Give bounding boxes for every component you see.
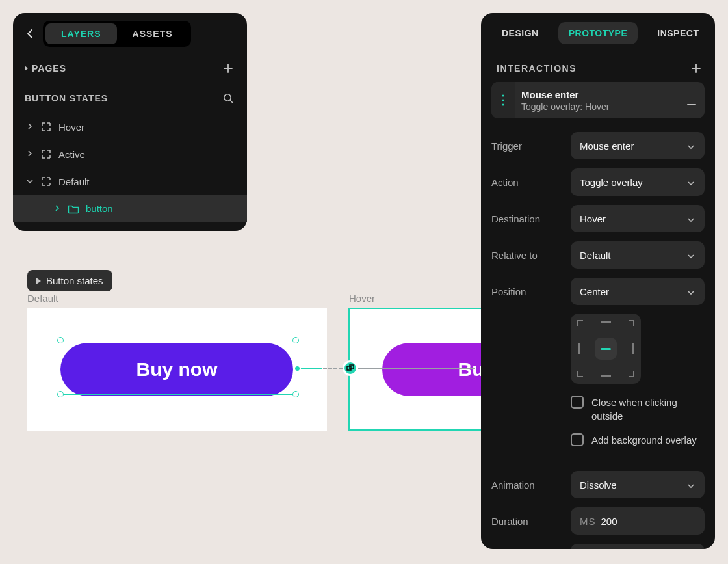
left-tabbar: LAYERS ASSETS	[13, 21, 247, 53]
frame-default[interactable]: Buy now	[27, 308, 327, 431]
tab-inspect[interactable]: INSPECT	[647, 22, 709, 44]
chevron-down-icon	[688, 213, 696, 224]
left-tabgroup: LAYERS ASSETS	[43, 21, 191, 47]
checkbox-close-outside[interactable]: Close when clicking outside	[481, 390, 715, 428]
frame-icon	[40, 176, 52, 187]
svg-rect-6	[687, 104, 696, 105]
interactions-header: INTERACTIONS	[481, 51, 715, 82]
chevron-down-icon	[688, 479, 696, 490]
chevron-down-icon	[688, 250, 696, 261]
search-icon	[222, 92, 234, 104]
duration-unit: MS	[580, 516, 596, 527]
checkbox[interactable]	[571, 433, 584, 446]
layer-row-default[interactable]: Default	[13, 168, 247, 195]
field-label: Animation	[491, 479, 571, 490]
field-label: Duration	[491, 516, 571, 527]
action-select[interactable]: Toggle overlay	[571, 168, 705, 196]
interactions-label: INTERACTIONS	[497, 63, 577, 74]
chevron-right-icon	[53, 204, 61, 213]
anchor-corner-bl[interactable]	[577, 366, 589, 377]
layer-label: Default	[58, 176, 90, 187]
prototype-connector-line	[358, 368, 475, 369]
select-value: Toggle overlay	[580, 177, 643, 188]
layer-row-active[interactable]: Active	[13, 141, 247, 168]
chevron-down-icon	[26, 177, 34, 186]
anchor-left[interactable]	[578, 343, 580, 354]
easing-select[interactable]: Linear	[571, 544, 705, 549]
pages-section-header[interactable]: PAGES	[13, 53, 247, 83]
buy-button-default[interactable]: Buy now	[60, 343, 293, 396]
svg-point-4	[502, 99, 504, 101]
back-button[interactable]	[21, 25, 39, 43]
anchor-bottom[interactable]	[601, 375, 611, 377]
select-value: Center	[580, 286, 609, 297]
pages-label: PAGES	[32, 63, 66, 74]
frame-label-hover[interactable]: Hover	[349, 293, 375, 304]
tab-assets[interactable]: ASSETS	[117, 23, 188, 44]
interaction-card[interactable]: Mouse enter Toggle overlay: Hover	[491, 82, 705, 118]
anchor-right[interactable]	[632, 343, 634, 354]
frame-label-default[interactable]: Default	[27, 293, 58, 304]
checkbox-bg-overlay[interactable]: Add background overlay	[481, 428, 715, 452]
anchor-center[interactable]	[595, 338, 617, 360]
chevron-right-icon	[26, 122, 34, 131]
select-value: Hover	[580, 213, 606, 224]
field-position: Position Center	[481, 273, 715, 310]
prototype-connector-origin[interactable]	[294, 365, 301, 372]
folder-icon	[68, 204, 79, 214]
interaction-title: Mouse enter	[521, 89, 672, 100]
add-page-button[interactable]	[221, 61, 235, 75]
remove-interaction-button[interactable]	[679, 91, 705, 109]
flow-start-badge[interactable]: Button states	[27, 270, 112, 291]
layer-label: Hover	[58, 122, 84, 133]
prototype-connector-node[interactable]	[343, 360, 358, 376]
layer-row-button[interactable]: button	[13, 195, 247, 222]
anchor-corner-tl[interactable]	[577, 320, 589, 332]
chevron-down-icon	[688, 141, 696, 152]
position-anchor-grid[interactable]	[571, 314, 641, 384]
anchor-center-icon	[601, 348, 611, 350]
duration-input[interactable]: MS 200	[571, 507, 705, 535]
field-destination: Destination Hover	[481, 200, 715, 237]
field-label: Relative to	[491, 250, 571, 261]
field-label: Destination	[491, 213, 571, 224]
chevron-right-icon	[26, 150, 34, 159]
svg-point-3	[502, 94, 504, 96]
tab-layers[interactable]: LAYERS	[46, 23, 117, 44]
animation-select[interactable]: Dissolve	[571, 471, 705, 498]
anchor-corner-br[interactable]	[623, 366, 634, 377]
field-trigger: Trigger Mouse enter	[481, 128, 715, 164]
destination-select[interactable]: Hover	[571, 205, 705, 232]
add-interaction-button[interactable]	[689, 61, 703, 75]
layers-panel: LAYERS ASSETS PAGES BUTTON STATES Hover	[13, 13, 247, 231]
interaction-subtitle: Toggle overlay: Hover	[521, 101, 672, 112]
group-section-header[interactable]: BUTTON STATES	[13, 83, 247, 113]
relative-to-select[interactable]: Default	[571, 241, 705, 269]
overlay-icon	[346, 364, 354, 372]
checkbox[interactable]	[571, 396, 584, 409]
drag-handle[interactable]	[491, 82, 515, 118]
search-button[interactable]	[221, 91, 235, 105]
position-select[interactable]: Center	[571, 278, 705, 305]
field-label: Trigger	[491, 141, 571, 152]
field-action: Action Toggle overlay	[481, 164, 715, 200]
layer-row-hover[interactable]: Hover	[13, 113, 247, 141]
duration-value: 200	[601, 516, 618, 527]
chevron-down-icon	[688, 286, 696, 297]
drag-handle-icon	[502, 94, 504, 106]
frame-icon	[40, 121, 52, 133]
plus-icon	[223, 63, 233, 74]
field-animation: Animation Dissolve	[481, 466, 715, 503]
anchor-corner-tr[interactable]	[623, 320, 634, 332]
svg-rect-1	[347, 366, 351, 370]
frame-icon	[40, 148, 52, 160]
field-relative-to: Relative to Default	[481, 237, 715, 273]
anchor-top[interactable]	[601, 321, 611, 323]
right-tabbar: DESIGN PROTOTYPE INSPECT	[481, 13, 715, 51]
checkbox-label: Add background overlay	[592, 433, 697, 447]
chevron-right-icon	[25, 66, 28, 71]
field-label: Action	[491, 177, 571, 188]
tab-design[interactable]: DESIGN	[491, 22, 549, 44]
tab-prototype[interactable]: PROTOTYPE	[558, 22, 638, 44]
trigger-select[interactable]: Mouse enter	[571, 132, 705, 159]
